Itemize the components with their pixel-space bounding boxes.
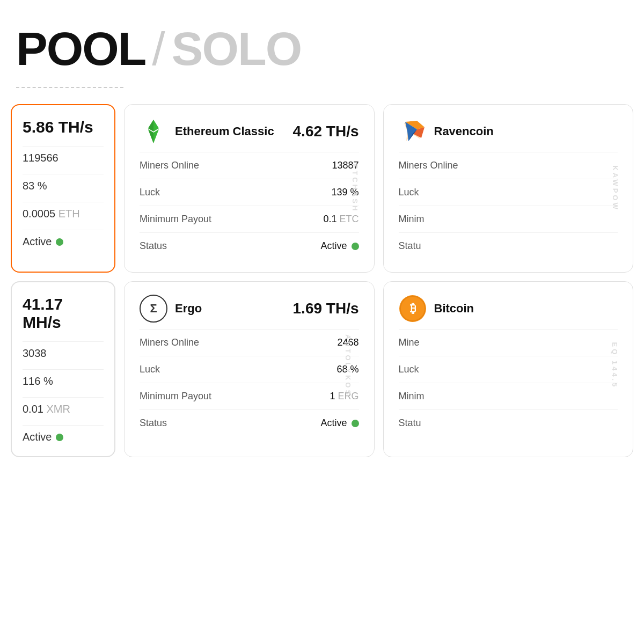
solo-label[interactable]: SOLO xyxy=(172,21,301,76)
ergo-payout-row: Minimum Payout 1 ERG xyxy=(140,383,359,409)
svg-marker-1 xyxy=(148,120,153,131)
bottom-left-miners: 3038 xyxy=(23,341,104,360)
ergo-card-inner: Σ Ergo 1.69 TH/s Miners Online 2468 Luck… xyxy=(125,282,374,449)
top-left-luck: 83 % xyxy=(23,174,104,192)
bottom-left-hashrate: 41.17 MH/s xyxy=(23,295,104,332)
dashed-separator xyxy=(16,87,123,88)
bottom-left-currency: XMR xyxy=(47,403,70,415)
ergo-miners-row: Miners Online 2468 xyxy=(140,329,359,356)
etc-card-inner: Ethereum Classic 4.62 TH/s Miners Online… xyxy=(125,105,374,272)
ergo-card[interactable]: Σ Ergo 1.69 TH/s Miners Online 2468 Luck… xyxy=(124,281,375,457)
bottom-status-dot xyxy=(56,434,63,441)
top-left-currency: ETH xyxy=(58,208,80,219)
rvn-card[interactable]: Ravencoin Miners Online Luck Minim Statu xyxy=(383,104,634,273)
rvn-icon xyxy=(399,118,427,145)
etc-hashrate: 4.62 TH/s xyxy=(293,123,359,140)
bottom-left-payout: 0.01 XMR xyxy=(23,397,104,415)
btc-miners-row: Mine xyxy=(399,329,618,356)
btc-rows: Mine Luck Minim Statu xyxy=(399,329,618,436)
etc-status-row: Status Active xyxy=(140,232,359,259)
etc-name: Ethereum Classic xyxy=(175,125,274,138)
etc-luck-row: Luck 139 % xyxy=(140,179,359,206)
btc-name-wrap: ₿ Bitcoin xyxy=(399,295,474,323)
pool-label[interactable]: POOL xyxy=(16,21,145,76)
ergo-hashrate: 1.69 TH/s xyxy=(293,300,359,317)
btc-status-row: Statu xyxy=(399,409,618,436)
etc-payout-row: Minimum Payout 0.1 ETC xyxy=(140,206,359,232)
rvn-rows: Miners Online Luck Minim Statu xyxy=(399,152,618,259)
svg-text:₿: ₿ xyxy=(409,302,415,315)
etc-name-wrap: Ethereum Classic xyxy=(140,118,274,145)
btc-card-inner: ₿ Bitcoin Mine Luck Minim xyxy=(384,282,633,449)
btc-payout-row: Minim xyxy=(399,383,618,409)
top-left-miners: 119566 xyxy=(23,146,104,164)
rvn-payout-row: Minim xyxy=(399,206,618,232)
top-row: 5.86 TH/s 119566 83 % 0.0005 ETH Active xyxy=(0,104,644,273)
rvn-name: Ravencoin xyxy=(434,125,494,138)
bottom-row: 41.17 MH/s 3038 116 % 0.01 XMR Active Σ … xyxy=(0,281,644,457)
etc-card[interactable]: Ethereum Classic 4.62 TH/s Miners Online… xyxy=(124,104,375,273)
top-left-hashrate: 5.86 TH/s xyxy=(23,118,104,136)
bottom-left-luck: 116 % xyxy=(23,369,104,387)
rvn-luck-row: Luck xyxy=(399,179,618,206)
etc-miners-row: Miners Online 13887 xyxy=(140,152,359,179)
ergo-status-dot xyxy=(352,420,359,427)
btc-icon: ₿ xyxy=(399,295,427,323)
ergo-icon: Σ xyxy=(140,295,167,323)
btc-header: ₿ Bitcoin xyxy=(399,295,618,323)
ergo-name: Ergo xyxy=(175,302,202,316)
rvn-header: Ravencoin xyxy=(399,118,618,145)
bottom-left-status: Active xyxy=(23,425,104,443)
bottom-left-card[interactable]: 41.17 MH/s 3038 116 % 0.01 XMR Active xyxy=(11,281,115,457)
ergo-name-wrap: Σ Ergo xyxy=(140,295,202,323)
top-left-payout: 0.0005 ETH xyxy=(23,202,104,220)
etc-rows: Miners Online 13887 Luck 139 % Minimum P… xyxy=(140,152,359,259)
ergo-status-row: Status Active xyxy=(140,409,359,436)
page-header: POOL / SOLO xyxy=(0,0,644,87)
ergo-rows: Miners Online 2468 Luck 68 % Minimum Pay… xyxy=(140,329,359,436)
rvn-status-row: Statu xyxy=(399,232,618,259)
etc-status-dot xyxy=(352,243,359,250)
btc-name: Bitcoin xyxy=(434,302,474,316)
top-left-card[interactable]: 5.86 TH/s 119566 83 % 0.0005 ETH Active xyxy=(11,104,115,273)
rvn-name-wrap: Ravencoin xyxy=(399,118,494,145)
ergo-header: Σ Ergo 1.69 TH/s xyxy=(140,295,359,323)
rvn-card-inner: Ravencoin Miners Online Luck Minim Statu xyxy=(384,105,633,272)
etc-header: Ethereum Classic 4.62 TH/s xyxy=(140,118,359,145)
btc-luck-row: Luck xyxy=(399,356,618,383)
slash-divider: / xyxy=(152,21,165,76)
btc-card[interactable]: ₿ Bitcoin Mine Luck Minim xyxy=(383,281,634,457)
rvn-miners-row: Miners Online xyxy=(399,152,618,179)
ergo-luck-row: Luck 68 % xyxy=(140,356,359,383)
etc-icon xyxy=(140,118,167,145)
top-left-status: Active xyxy=(23,230,104,248)
status-dot xyxy=(56,238,63,246)
svg-marker-3 xyxy=(148,129,153,143)
